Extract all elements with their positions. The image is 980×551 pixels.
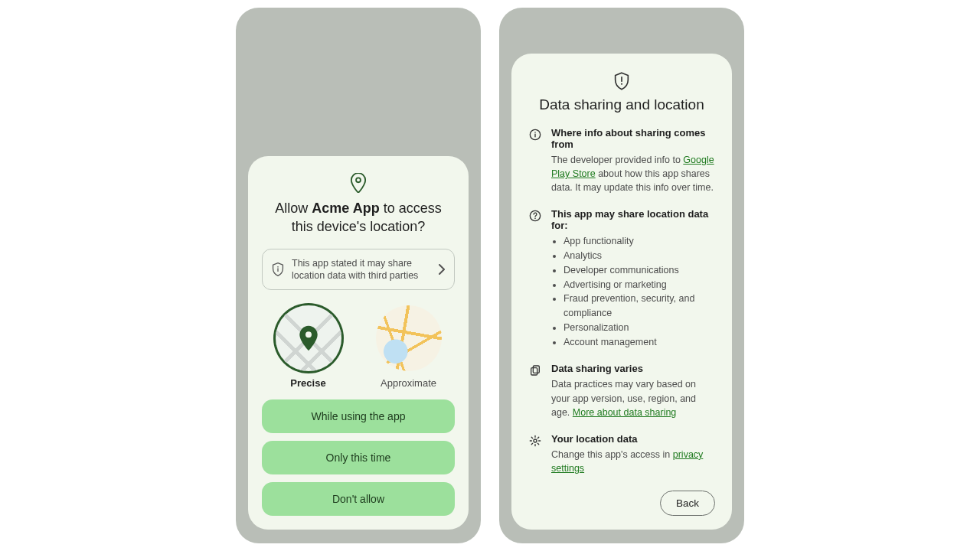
svg-point-5 xyxy=(621,83,622,85)
accuracy-option-precise-label: Precise xyxy=(290,377,325,389)
accuracy-options: Precise Approximate xyxy=(262,305,455,389)
data-sharing-info-sheet: Data sharing and location Where info abo… xyxy=(511,54,732,530)
list-item: Developer communications xyxy=(564,263,715,278)
more-about-data-sharing-link[interactable]: More about data sharing xyxy=(573,407,677,418)
chevron-right-icon xyxy=(439,264,445,275)
info-section-purposes-heading: This app may share location data for: xyxy=(551,208,715,231)
accuracy-option-approximate[interactable]: Approximate xyxy=(376,305,442,389)
info-section-your-data: Your location data Change this app's acc… xyxy=(528,433,715,475)
allow-only-this-time-button[interactable]: Only this time xyxy=(262,441,455,474)
info-sheet-title: Data sharing and location xyxy=(528,96,715,113)
data-sharing-notice-text: This app stated it may share location da… xyxy=(292,257,431,282)
info-section-purposes: This app may share location data for: Ap… xyxy=(528,208,715,349)
info-section-your-data-text: Change this app's access in privacy sett… xyxy=(551,448,715,475)
svg-rect-2 xyxy=(277,268,278,272)
svg-point-7 xyxy=(534,132,536,133)
phone-frame-info: Data sharing and location Where info abo… xyxy=(499,8,744,543)
gear-icon xyxy=(528,433,542,475)
svg-point-3 xyxy=(305,331,312,337)
info-section-purposes-list: App functionality Analytics Developer co… xyxy=(551,234,715,349)
info-section-your-data-heading: Your location data xyxy=(551,433,715,445)
shield-info-icon xyxy=(272,262,284,276)
allow-while-using-button[interactable]: While using the app xyxy=(262,399,455,433)
dont-allow-button[interactable]: Don't allow xyxy=(262,482,455,516)
location-pin-icon xyxy=(262,173,455,193)
list-item: Account management xyxy=(564,335,715,350)
svg-point-0 xyxy=(356,178,361,182)
svg-rect-12 xyxy=(531,368,537,375)
list-item: Fraud prevention, security, and complian… xyxy=(564,292,715,321)
svg-point-1 xyxy=(277,266,279,268)
list-item: App functionality xyxy=(564,234,715,249)
back-button[interactable]: Back xyxy=(660,491,715,516)
copy-icon xyxy=(528,363,542,419)
info-section-varies-text: Data practices may vary based on your ap… xyxy=(551,377,715,419)
info-section-varies: Data sharing varies Data practices may v… xyxy=(528,363,715,419)
info-section-source: Where info about sharing comes from The … xyxy=(528,127,715,194)
approximate-map-icon xyxy=(376,305,442,371)
list-item: Analytics xyxy=(564,249,715,263)
shield-alert-icon xyxy=(528,72,715,90)
svg-rect-11 xyxy=(533,366,539,373)
svg-point-13 xyxy=(534,439,537,442)
list-item: Personalization xyxy=(564,321,715,335)
list-item: Advertising or marketing xyxy=(564,278,715,292)
accuracy-option-precise[interactable]: Precise xyxy=(276,305,341,389)
info-icon xyxy=(528,127,542,194)
permission-dialog: Allow Acme App to access this device's l… xyxy=(248,156,469,530)
data-sharing-notice-row[interactable]: This app stated it may share location da… xyxy=(262,249,455,291)
info-section-source-text: The developer provided info to Google Pl… xyxy=(551,153,715,194)
precise-map-icon xyxy=(276,305,341,371)
svg-rect-4 xyxy=(621,77,622,82)
accuracy-option-approximate-label: Approximate xyxy=(381,377,436,389)
svg-rect-8 xyxy=(534,134,535,138)
info-section-source-heading: Where info about sharing comes from xyxy=(551,127,715,150)
info-section-varies-heading: Data sharing varies xyxy=(551,363,715,374)
phone-frame-permission: Allow Acme App to access this device's l… xyxy=(236,8,481,543)
permission-title: Allow Acme App to access this device's l… xyxy=(265,199,452,236)
svg-point-10 xyxy=(534,218,536,220)
help-icon xyxy=(528,208,542,349)
